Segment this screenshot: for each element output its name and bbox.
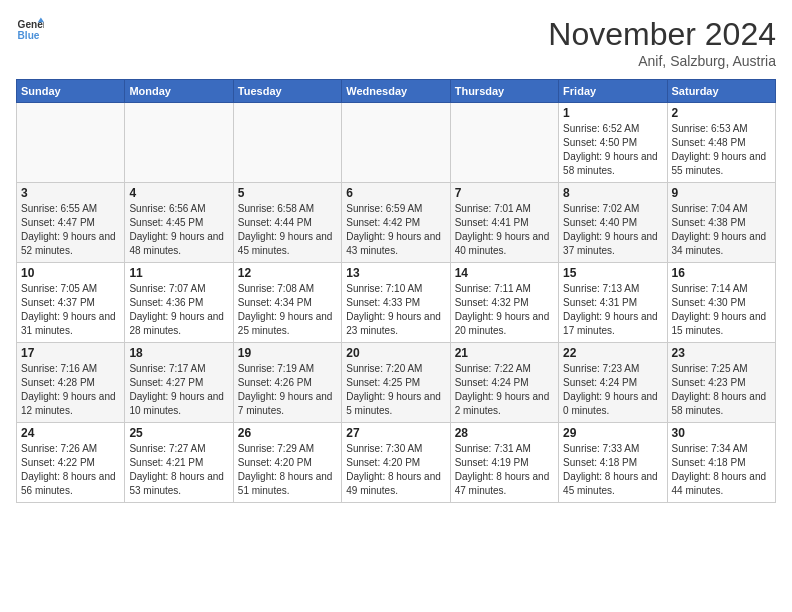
col-monday: Monday (125, 80, 233, 103)
day-info: Sunrise: 7:19 AM Sunset: 4:26 PM Dayligh… (238, 362, 337, 418)
week-row-5: 24Sunrise: 7:26 AM Sunset: 4:22 PM Dayli… (17, 423, 776, 503)
week-row-1: 1Sunrise: 6:52 AM Sunset: 4:50 PM Daylig… (17, 103, 776, 183)
logo-icon: General Blue (16, 16, 44, 44)
day-number: 4 (129, 186, 228, 200)
day-info: Sunrise: 6:53 AM Sunset: 4:48 PM Dayligh… (672, 122, 771, 178)
day-info: Sunrise: 6:55 AM Sunset: 4:47 PM Dayligh… (21, 202, 120, 258)
day-info: Sunrise: 7:23 AM Sunset: 4:24 PM Dayligh… (563, 362, 662, 418)
day-number: 20 (346, 346, 445, 360)
header: General Blue November 2024 Anif, Salzbur… (16, 16, 776, 69)
calendar-cell-4-5: 29Sunrise: 7:33 AM Sunset: 4:18 PM Dayli… (559, 423, 667, 503)
calendar-cell-3-6: 23Sunrise: 7:25 AM Sunset: 4:23 PM Dayli… (667, 343, 775, 423)
calendar-cell-2-5: 15Sunrise: 7:13 AM Sunset: 4:31 PM Dayli… (559, 263, 667, 343)
calendar-cell-0-2 (233, 103, 341, 183)
month-title: November 2024 (548, 16, 776, 53)
day-info: Sunrise: 6:59 AM Sunset: 4:42 PM Dayligh… (346, 202, 445, 258)
day-number: 12 (238, 266, 337, 280)
calendar-cell-3-1: 18Sunrise: 7:17 AM Sunset: 4:27 PM Dayli… (125, 343, 233, 423)
day-info: Sunrise: 6:56 AM Sunset: 4:45 PM Dayligh… (129, 202, 228, 258)
day-number: 9 (672, 186, 771, 200)
day-info: Sunrise: 7:29 AM Sunset: 4:20 PM Dayligh… (238, 442, 337, 498)
day-number: 18 (129, 346, 228, 360)
day-number: 23 (672, 346, 771, 360)
calendar-cell-1-4: 7Sunrise: 7:01 AM Sunset: 4:41 PM Daylig… (450, 183, 558, 263)
day-number: 17 (21, 346, 120, 360)
day-info: Sunrise: 7:31 AM Sunset: 4:19 PM Dayligh… (455, 442, 554, 498)
day-info: Sunrise: 7:11 AM Sunset: 4:32 PM Dayligh… (455, 282, 554, 338)
col-friday: Friday (559, 80, 667, 103)
calendar-cell-0-3 (342, 103, 450, 183)
day-info: Sunrise: 7:07 AM Sunset: 4:36 PM Dayligh… (129, 282, 228, 338)
calendar-cell-4-4: 28Sunrise: 7:31 AM Sunset: 4:19 PM Dayli… (450, 423, 558, 503)
calendar-cell-0-5: 1Sunrise: 6:52 AM Sunset: 4:50 PM Daylig… (559, 103, 667, 183)
day-number: 14 (455, 266, 554, 280)
calendar-cell-0-6: 2Sunrise: 6:53 AM Sunset: 4:48 PM Daylig… (667, 103, 775, 183)
calendar-cell-2-4: 14Sunrise: 7:11 AM Sunset: 4:32 PM Dayli… (450, 263, 558, 343)
calendar-cell-4-1: 25Sunrise: 7:27 AM Sunset: 4:21 PM Dayli… (125, 423, 233, 503)
calendar-cell-3-5: 22Sunrise: 7:23 AM Sunset: 4:24 PM Dayli… (559, 343, 667, 423)
calendar-cell-1-1: 4Sunrise: 6:56 AM Sunset: 4:45 PM Daylig… (125, 183, 233, 263)
calendar-cell-4-0: 24Sunrise: 7:26 AM Sunset: 4:22 PM Dayli… (17, 423, 125, 503)
calendar-cell-0-4 (450, 103, 558, 183)
calendar-cell-4-2: 26Sunrise: 7:29 AM Sunset: 4:20 PM Dayli… (233, 423, 341, 503)
title-block: November 2024 Anif, Salzburg, Austria (548, 16, 776, 69)
day-info: Sunrise: 7:20 AM Sunset: 4:25 PM Dayligh… (346, 362, 445, 418)
logo: General Blue (16, 16, 44, 44)
col-sunday: Sunday (17, 80, 125, 103)
day-info: Sunrise: 7:04 AM Sunset: 4:38 PM Dayligh… (672, 202, 771, 258)
calendar-cell-1-3: 6Sunrise: 6:59 AM Sunset: 4:42 PM Daylig… (342, 183, 450, 263)
calendar-cell-2-1: 11Sunrise: 7:07 AM Sunset: 4:36 PM Dayli… (125, 263, 233, 343)
day-info: Sunrise: 7:05 AM Sunset: 4:37 PM Dayligh… (21, 282, 120, 338)
day-info: Sunrise: 7:14 AM Sunset: 4:30 PM Dayligh… (672, 282, 771, 338)
calendar-cell-3-0: 17Sunrise: 7:16 AM Sunset: 4:28 PM Dayli… (17, 343, 125, 423)
week-row-4: 17Sunrise: 7:16 AM Sunset: 4:28 PM Dayli… (17, 343, 776, 423)
day-info: Sunrise: 7:22 AM Sunset: 4:24 PM Dayligh… (455, 362, 554, 418)
day-number: 26 (238, 426, 337, 440)
day-number: 7 (455, 186, 554, 200)
day-info: Sunrise: 6:52 AM Sunset: 4:50 PM Dayligh… (563, 122, 662, 178)
day-number: 8 (563, 186, 662, 200)
day-number: 13 (346, 266, 445, 280)
week-row-3: 10Sunrise: 7:05 AM Sunset: 4:37 PM Dayli… (17, 263, 776, 343)
page-container: General Blue November 2024 Anif, Salzbur… (0, 0, 792, 511)
day-number: 19 (238, 346, 337, 360)
day-number: 5 (238, 186, 337, 200)
day-info: Sunrise: 7:33 AM Sunset: 4:18 PM Dayligh… (563, 442, 662, 498)
calendar-cell-2-6: 16Sunrise: 7:14 AM Sunset: 4:30 PM Dayli… (667, 263, 775, 343)
day-number: 28 (455, 426, 554, 440)
week-row-2: 3Sunrise: 6:55 AM Sunset: 4:47 PM Daylig… (17, 183, 776, 263)
day-number: 1 (563, 106, 662, 120)
day-info: Sunrise: 7:27 AM Sunset: 4:21 PM Dayligh… (129, 442, 228, 498)
col-saturday: Saturday (667, 80, 775, 103)
calendar-cell-2-0: 10Sunrise: 7:05 AM Sunset: 4:37 PM Dayli… (17, 263, 125, 343)
day-info: Sunrise: 7:17 AM Sunset: 4:27 PM Dayligh… (129, 362, 228, 418)
calendar-cell-3-3: 20Sunrise: 7:20 AM Sunset: 4:25 PM Dayli… (342, 343, 450, 423)
day-number: 27 (346, 426, 445, 440)
day-number: 24 (21, 426, 120, 440)
day-info: Sunrise: 7:13 AM Sunset: 4:31 PM Dayligh… (563, 282, 662, 338)
day-info: Sunrise: 7:10 AM Sunset: 4:33 PM Dayligh… (346, 282, 445, 338)
col-wednesday: Wednesday (342, 80, 450, 103)
day-info: Sunrise: 7:25 AM Sunset: 4:23 PM Dayligh… (672, 362, 771, 418)
location: Anif, Salzburg, Austria (548, 53, 776, 69)
day-number: 10 (21, 266, 120, 280)
calendar-cell-1-0: 3Sunrise: 6:55 AM Sunset: 4:47 PM Daylig… (17, 183, 125, 263)
calendar-cell-3-4: 21Sunrise: 7:22 AM Sunset: 4:24 PM Dayli… (450, 343, 558, 423)
day-number: 3 (21, 186, 120, 200)
calendar-cell-1-5: 8Sunrise: 7:02 AM Sunset: 4:40 PM Daylig… (559, 183, 667, 263)
col-tuesday: Tuesday (233, 80, 341, 103)
calendar-cell-3-2: 19Sunrise: 7:19 AM Sunset: 4:26 PM Dayli… (233, 343, 341, 423)
calendar-cell-2-3: 13Sunrise: 7:10 AM Sunset: 4:33 PM Dayli… (342, 263, 450, 343)
day-info: Sunrise: 7:01 AM Sunset: 4:41 PM Dayligh… (455, 202, 554, 258)
day-info: Sunrise: 7:30 AM Sunset: 4:20 PM Dayligh… (346, 442, 445, 498)
day-number: 16 (672, 266, 771, 280)
day-number: 15 (563, 266, 662, 280)
day-info: Sunrise: 7:02 AM Sunset: 4:40 PM Dayligh… (563, 202, 662, 258)
calendar-cell-0-1 (125, 103, 233, 183)
calendar-cell-1-2: 5Sunrise: 6:58 AM Sunset: 4:44 PM Daylig… (233, 183, 341, 263)
svg-text:Blue: Blue (18, 30, 40, 41)
day-number: 11 (129, 266, 228, 280)
calendar-cell-2-2: 12Sunrise: 7:08 AM Sunset: 4:34 PM Dayli… (233, 263, 341, 343)
day-info: Sunrise: 7:26 AM Sunset: 4:22 PM Dayligh… (21, 442, 120, 498)
day-number: 29 (563, 426, 662, 440)
